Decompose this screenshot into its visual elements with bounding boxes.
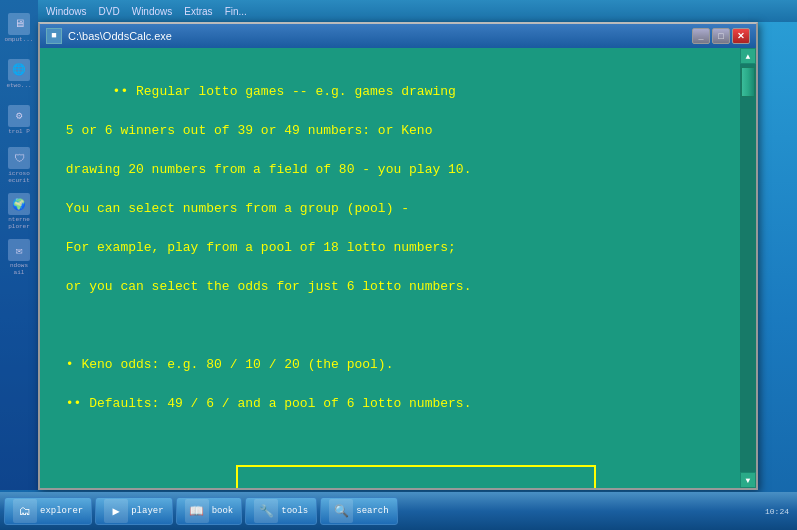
window-controls: _ □ ✕ bbox=[692, 28, 750, 44]
taskbar: 🗂 explorer ▶ player 📖 book 🔧 tools 🔍 sea… bbox=[0, 492, 797, 530]
scrollbar-thumb[interactable] bbox=[741, 67, 755, 97]
terminal-intro-text: •• Regular lotto games -- e.g. games dra… bbox=[58, 62, 738, 433]
window-icon: ■ bbox=[46, 28, 62, 44]
lotto-number-label: The biggest lotto number: e.g., 39, 42, … bbox=[250, 475, 582, 489]
sidebar-label-mail: ndowsail bbox=[10, 263, 28, 276]
minimize-button[interactable]: _ bbox=[692, 28, 710, 44]
title-bar: ■ C:\bas\OddsCalc.exe _ □ ✕ bbox=[40, 24, 756, 48]
taskbar-icon-tools: 🔧 bbox=[254, 499, 278, 523]
taskbar-search-btn[interactable]: 🔍 search bbox=[320, 497, 397, 525]
control-panel-icon: ⚙ bbox=[8, 105, 30, 127]
menu-fin[interactable]: Fin... bbox=[225, 6, 247, 17]
taskbar-tools-btn[interactable]: 🔧 tools bbox=[245, 497, 317, 525]
sidebar-item-mail[interactable]: ✉ ndowsail bbox=[3, 238, 35, 278]
taskbar-icon-search: 🔍 bbox=[329, 499, 353, 523]
menu-extras[interactable]: Extras bbox=[184, 6, 212, 17]
security-icon: 🛡 bbox=[8, 147, 30, 169]
scroll-down-button[interactable]: ▼ bbox=[740, 472, 756, 488]
taskbar-player-btn[interactable]: ▶ player bbox=[95, 497, 172, 525]
close-button[interactable]: ✕ bbox=[732, 28, 750, 44]
sidebar-item-security[interactable]: 🛡 icrosoecurit bbox=[3, 146, 35, 186]
system-tray: 10:24 bbox=[765, 507, 793, 516]
terminal-content: •• Regular lotto games -- e.g. games dra… bbox=[40, 48, 756, 488]
computer-icon: 🖥 bbox=[8, 13, 30, 35]
sidebar-item-computer[interactable]: 🖥 omput... bbox=[3, 8, 35, 48]
sidebar-label-network: etwo... bbox=[6, 83, 31, 90]
input-box-1-container: The biggest lotto number: e.g., 39, 42, … bbox=[146, 451, 738, 489]
internet-icon: 🌍 bbox=[8, 193, 30, 215]
taskbar-icon-1: 🗂 bbox=[13, 499, 37, 523]
sidebar-label-computer: omput... bbox=[5, 37, 34, 44]
menu-windows[interactable]: Windows bbox=[46, 6, 87, 17]
sidebar-item-network[interactable]: 🌐 etwo... bbox=[3, 54, 35, 94]
network-icon: 🌐 bbox=[8, 59, 30, 81]
scroll-up-button[interactable]: ▲ bbox=[740, 48, 756, 64]
taskbar-icon-book: 📖 bbox=[185, 499, 209, 523]
mail-icon: ✉ bbox=[8, 239, 30, 261]
taskbar-start-area[interactable]: 🗂 explorer bbox=[4, 497, 92, 525]
maximize-button[interactable]: □ bbox=[712, 28, 730, 44]
system-clock: 10:24 bbox=[765, 507, 789, 516]
sidebar-item-internet[interactable]: 🌍 nterneplorer bbox=[3, 192, 35, 232]
taskbar-icon-player: ▶ bbox=[104, 499, 128, 523]
sidebar-label-security: icrosoecurit bbox=[8, 171, 30, 184]
scrollbar-track bbox=[740, 64, 756, 472]
menu-dvd[interactable]: DVD bbox=[99, 6, 120, 17]
sidebar-item-control-panel[interactable]: ⚙ trol P bbox=[3, 100, 35, 140]
menu-bar: Windows DVD Windows Extras Fin... bbox=[38, 0, 797, 22]
window-title: C:\bas\OddsCalc.exe bbox=[68, 30, 686, 42]
menu-windows2[interactable]: Windows bbox=[132, 6, 173, 17]
taskbar-book-btn[interactable]: 📖 book bbox=[176, 497, 243, 525]
app-window: ■ C:\bas\OddsCalc.exe _ □ ✕ •• Regular l… bbox=[38, 22, 758, 490]
sidebar-label-internet: nterneplorer bbox=[8, 217, 30, 230]
lotto-number-input-box[interactable]: The biggest lotto number: e.g., 39, 42, … bbox=[236, 465, 596, 489]
scrollbar[interactable]: ▲ ▼ bbox=[740, 48, 756, 488]
sidebar: 🖥 omput... 🌐 etwo... ⚙ trol P 🛡 icrosoec… bbox=[0, 0, 38, 490]
sidebar-label-control-panel: trol P bbox=[8, 129, 30, 136]
